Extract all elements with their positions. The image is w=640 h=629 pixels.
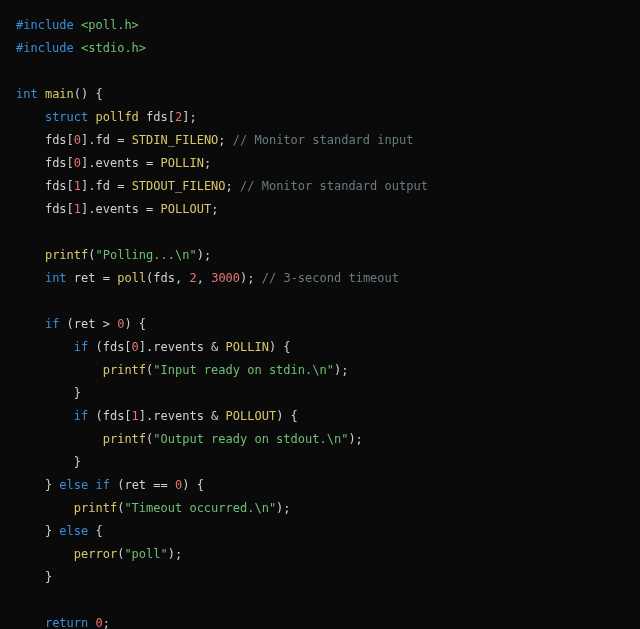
token-punct: }: [45, 478, 59, 492]
code-line: if (fds[1].revents & POLLOUT) {: [16, 405, 624, 428]
token-type: POLLIN: [161, 156, 204, 170]
token-punct: (fds[: [88, 409, 131, 423]
token-punct: );: [240, 271, 262, 285]
code-line: [16, 60, 624, 83]
code-line: int ret = poll(fds, 2, 3000); // 3-secon…: [16, 267, 624, 290]
token-kw: else: [59, 478, 88, 492]
token-punct: }: [74, 386, 81, 400]
token-num: 3000: [211, 271, 240, 285]
code-line: if (fds[0].revents & POLLIN) {: [16, 336, 624, 359]
code-line: } else {: [16, 520, 624, 543]
code-line: }: [16, 566, 624, 589]
token-num: 0: [74, 133, 81, 147]
token-punct: ].fd =: [81, 133, 132, 147]
code-line: } else if (ret == 0) {: [16, 474, 624, 497]
token-kw: return: [45, 616, 88, 629]
token-punct: {: [88, 524, 102, 538]
token-fn: printf: [45, 248, 88, 262]
code-line: }: [16, 451, 624, 474]
token-cmt: // 3-second timeout: [262, 271, 399, 285]
code-line: #include <stdio.h>: [16, 37, 624, 60]
token-cmt: // Monitor standard input: [233, 133, 414, 147]
token-fn: printf: [103, 432, 146, 446]
token-punct: }: [45, 570, 52, 584]
token-type: STDOUT_FILENO: [132, 179, 226, 193]
token-type: POLLOUT: [226, 409, 277, 423]
token-num: 1: [74, 202, 81, 216]
token-hdr: <poll.h>: [81, 18, 139, 32]
token-fn: printf: [103, 363, 146, 377]
token-punct: (fds[: [88, 340, 131, 354]
token-punct: ;: [211, 202, 218, 216]
token-hdr: <stdio.h>: [81, 41, 146, 55]
code-line: [16, 221, 624, 244]
code-line: fds[1].events = POLLOUT;: [16, 198, 624, 221]
token-fn: printf: [74, 501, 117, 515]
token-str: "Polling...\n": [96, 248, 197, 262]
token-fn: perror: [74, 547, 117, 561]
token-punct: [74, 18, 81, 32]
token-kw: #include: [16, 41, 74, 55]
token-punct: [: [168, 110, 175, 124]
token-ident: fds: [45, 179, 67, 193]
token-punct: );: [168, 547, 182, 561]
token-num: 1: [74, 179, 81, 193]
token-cmt: // Monitor standard output: [240, 179, 428, 193]
token-num: 2: [189, 271, 196, 285]
token-punct: ;: [218, 133, 232, 147]
token-punct: =: [96, 271, 118, 285]
token-punct: ;: [226, 179, 240, 193]
token-ident: fds: [45, 133, 67, 147]
token-punct: ].events =: [81, 156, 160, 170]
token-punct: [88, 616, 95, 629]
token-punct: [: [67, 202, 74, 216]
code-line: int main() {: [16, 83, 624, 106]
token-punct: [38, 87, 45, 101]
code-line: [16, 290, 624, 313]
token-punct: (: [88, 248, 95, 262]
token-type: pollfd: [96, 110, 139, 124]
token-punct: [88, 478, 95, 492]
token-punct: ) {: [269, 340, 291, 354]
code-line: struct pollfd fds[2];: [16, 106, 624, 129]
code-line: fds[0].events = POLLIN;: [16, 152, 624, 175]
code-line: fds[1].fd = STDOUT_FILENO; // Monitor st…: [16, 175, 624, 198]
token-punct: ) {: [124, 317, 146, 331]
code-line: if (ret > 0) {: [16, 313, 624, 336]
token-punct: [: [67, 133, 74, 147]
token-punct: [: [67, 179, 74, 193]
token-punct: }: [74, 455, 81, 469]
token-punct: ) {: [276, 409, 298, 423]
code-line: return 0;: [16, 612, 624, 629]
token-kw: int: [45, 271, 67, 285]
token-type: POLLIN: [226, 340, 269, 354]
code-line: fds[0].fd = STDIN_FILENO; // Monitor sta…: [16, 129, 624, 152]
token-punct: );: [197, 248, 211, 262]
token-kw: int: [16, 87, 38, 101]
token-kw: else: [59, 524, 88, 538]
token-punct: ,: [197, 271, 211, 285]
code-block: #include <poll.h>#include <stdio.h> int …: [0, 0, 640, 629]
code-line: printf("Polling...\n");: [16, 244, 624, 267]
code-line: #include <poll.h>: [16, 14, 624, 37]
token-punct: ;: [103, 616, 110, 629]
token-punct: ].fd =: [81, 179, 132, 193]
token-punct: );: [334, 363, 348, 377]
token-punct: () {: [74, 87, 103, 101]
token-kw: #include: [16, 18, 74, 32]
token-punct: ;: [204, 156, 211, 170]
token-ident: fds: [146, 110, 168, 124]
token-num: 0: [132, 340, 139, 354]
token-str: "Output ready on stdout.\n": [153, 432, 348, 446]
token-kw: if: [74, 409, 88, 423]
token-punct: (ret >: [59, 317, 117, 331]
token-num: 0: [74, 156, 81, 170]
token-punct: (ret ==: [110, 478, 175, 492]
token-num: 1: [132, 409, 139, 423]
token-fn: poll: [117, 271, 146, 285]
token-punct: ];: [182, 110, 196, 124]
token-type: STDIN_FILENO: [132, 133, 219, 147]
code-line: [16, 589, 624, 612]
token-punct: [88, 110, 95, 124]
token-punct: ) {: [182, 478, 204, 492]
